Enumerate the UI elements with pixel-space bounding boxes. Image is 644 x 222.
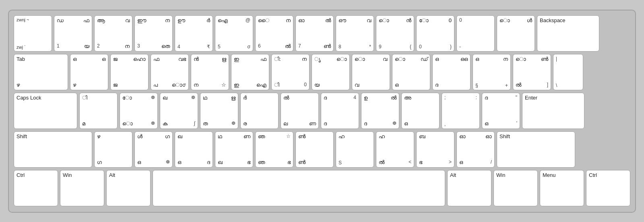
- row-3: Caps Lock ി മ ോ❁ ൊ❁ ഖ❁ ക∫: [14, 93, 630, 129]
- key-semicolon[interactable]: ;: ,: [442, 93, 480, 129]
- key-space[interactable]: [153, 170, 445, 206]
- key-o[interactable]: ൊഡ് ഒ: [392, 54, 430, 90]
- key-w[interactable]: ജഹൊ ജ: [110, 54, 149, 90]
- key-enter[interactable]: Enter: [522, 93, 584, 129]
- key-alt-right[interactable]: Alt: [447, 170, 491, 206]
- key-period[interactable]: ബ ഭ>: [416, 131, 454, 168]
- key-n[interactable]: ൺ ൺ: [295, 131, 334, 168]
- key-shift-right[interactable]: Shift: [497, 131, 575, 168]
- keyboard: zwnj ~ zwj ` ഡഫ 1യ ആവ 2ന ഈന: [8, 10, 636, 213]
- key-1[interactable]: ഡഫ 1യ: [54, 15, 92, 52]
- key-p[interactable]: ഒഒഒ ദ: [432, 54, 471, 90]
- key-7[interactable]: ഓൽ 7ൺ: [295, 15, 334, 52]
- key-win-right[interactable]: Win: [493, 170, 538, 206]
- key-capslock[interactable]: Caps Lock: [14, 93, 77, 129]
- key-v[interactable]: ഥണ ഖഭ: [215, 131, 253, 168]
- key-h[interactable]: ൽ ലണ: [281, 93, 319, 129]
- key-a[interactable]: ി മ: [79, 93, 118, 129]
- key-alt-left[interactable]: Alt: [106, 170, 151, 206]
- key-8[interactable]: ഔവ 8*: [336, 15, 374, 52]
- key-slash[interactable]: ഓഓ ഒ/: [456, 131, 495, 168]
- key-backspace[interactable]: Backspace: [537, 15, 599, 52]
- key-i[interactable]: ൊവ വ: [352, 54, 390, 90]
- key-2[interactable]: ആവ 2ന: [94, 15, 132, 52]
- row-2: Tab ഴ ഒഒ ഴ ജഹൊ ജ ഫവഭ പൊ൦: [14, 54, 630, 90]
- key-6[interactable]: ൈന 6ൽ: [255, 15, 293, 52]
- key-j[interactable]: ദ4 ദ: [321, 93, 359, 129]
- row-1: zwnj ~ zwj ` ഡഫ 1യ ആവ 2ന ഈന: [14, 15, 630, 52]
- key-d[interactable]: ഖ❁ ക∫: [160, 93, 198, 129]
- key-win-left[interactable]: Win: [60, 170, 104, 206]
- key-quote[interactable]: ദ" ഒ': [482, 93, 520, 129]
- key-equals[interactable]: ൊൾ: [497, 15, 535, 52]
- key-comma[interactable]: ഹ ൽ<: [376, 131, 414, 168]
- key-l[interactable]: അ ഒ: [401, 93, 440, 129]
- key-z[interactable]: ഴ ഗ: [94, 131, 132, 168]
- key-u[interactable]: ൃൊ യ: [312, 54, 350, 90]
- key-m[interactable]: ഹ S: [336, 131, 374, 168]
- key-q[interactable]: ഒഒ ഴ: [70, 54, 108, 90]
- key-5[interactable]: ഐ@ 5σ: [215, 15, 253, 52]
- key-rbracket[interactable]: ൊൺ ൽ]: [513, 54, 551, 90]
- row-5: Ctrl Win Alt Alt: [14, 170, 630, 206]
- key-tab[interactable]: Tab ഴ: [14, 54, 68, 90]
- key-c[interactable]: ഖ ഒദ: [175, 131, 213, 168]
- key-lbracket[interactable]: ഒന §+: [473, 54, 511, 90]
- key-r[interactable]: ൻഋ ന☆: [191, 54, 229, 90]
- key-tilde[interactable]: zwnj ~ zwj `: [14, 15, 52, 52]
- key-ctrl-right[interactable]: Ctrl: [586, 170, 630, 206]
- key-y[interactable]: ി:ന ി0: [271, 54, 310, 90]
- key-g[interactable]: ർ ര: [240, 93, 279, 129]
- key-f[interactable]: ഥഋ ത❁: [200, 93, 238, 129]
- key-shift-left[interactable]: Shift: [14, 131, 92, 168]
- key-k[interactable]: ഉൽ ദ❁: [361, 93, 399, 129]
- key-9[interactable]: ൊൻ 9{: [376, 15, 414, 52]
- key-3[interactable]: ഈന 3തെ: [134, 15, 173, 52]
- key-backslash[interactable]: | \: [553, 54, 583, 90]
- key-menu[interactable]: Menu: [540, 170, 584, 206]
- key-x[interactable]: ൾഗ ഒ❁: [134, 131, 173, 168]
- key-4[interactable]: ഊർ 4₹: [175, 15, 213, 52]
- key-minus[interactable]: 0 -: [456, 15, 495, 52]
- key-0[interactable]: ോ0 0}: [416, 15, 454, 52]
- row-4: Shift ഴ ഗ ൾഗ ഒ❁ ഖ ഒദ: [14, 131, 630, 168]
- key-t[interactable]: ഇഫ ഇഐ: [231, 54, 269, 90]
- key-b[interactable]: ഞ☆ ഞഭ: [255, 131, 293, 168]
- key-s[interactable]: ോ❁ ൊ❁: [120, 93, 158, 129]
- key-e[interactable]: ഫവഭ പൊ൦: [151, 54, 189, 90]
- key-ctrl-left[interactable]: Ctrl: [14, 170, 58, 206]
